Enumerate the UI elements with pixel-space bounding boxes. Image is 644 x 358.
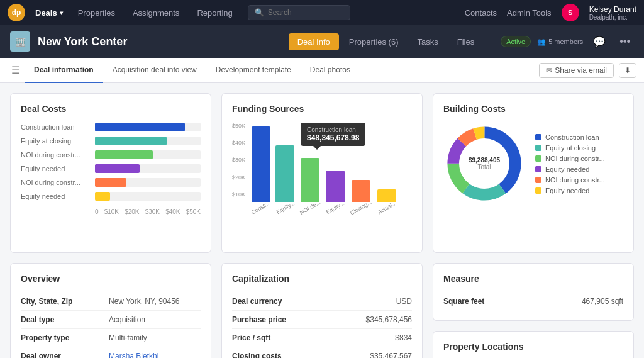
bar-label: Equity needed: [21, 193, 90, 200]
deal-header-right: Active 👥 5 members 💬 •••: [501, 35, 634, 49]
share-button[interactable]: ✉ Share via email: [539, 63, 614, 78]
avatar[interactable]: S: [562, 4, 579, 21]
status-badge[interactable]: Active: [501, 36, 531, 47]
cap-value: $834: [395, 333, 412, 342]
overview-key: Deal owner: [21, 352, 109, 358]
cap-row: Deal currency USD: [232, 293, 412, 311]
capitalization-card: Capitalization Deal currency USD Purchas…: [221, 263, 423, 358]
download-button[interactable]: ⬇: [619, 63, 636, 78]
user-company: Dealpath, inc.: [589, 14, 636, 21]
members-badge[interactable]: 👥 5 members: [537, 38, 583, 46]
building-costs-title: Building Costs: [443, 104, 623, 114]
overview-value: Multi-family: [109, 333, 147, 342]
bar-track: [95, 150, 201, 159]
overview-value[interactable]: Marsha Bietkhl: [109, 352, 158, 358]
legend-dot: [535, 166, 541, 172]
right-column: Measure Square feet 467,905 sqft Propert…: [433, 263, 634, 358]
overview-key: Property type: [21, 333, 109, 342]
nav-reporting[interactable]: Reporting: [189, 6, 240, 20]
more-options-icon[interactable]: •••: [616, 35, 634, 48]
measure-row: Square feet 467,905 sqft: [443, 293, 623, 310]
search-icon: 🔍: [255, 8, 264, 17]
legend-item: Construction loan: [535, 133, 605, 141]
tab-files[interactable]: Files: [448, 33, 483, 50]
deal-header: 🏢 New York Center Deal Info Properties (…: [0, 25, 644, 58]
tab-deal-information[interactable]: Deal information: [25, 58, 103, 83]
legend-item: Equity needed: [535, 165, 605, 173]
app-logo: dp: [8, 4, 25, 21]
bar-fill: [95, 178, 126, 187]
overview-row: Deal owner Marsha Bietkhl: [21, 347, 201, 358]
legend-label: Equity needed: [545, 187, 589, 194]
overview-key: City, State, Zip: [21, 297, 109, 306]
legend-dot: [535, 134, 541, 140]
funding-bar: [301, 158, 319, 202]
legend-item: NOI during constr...: [535, 176, 605, 184]
legend-label: Construction loan: [545, 133, 599, 141]
overview-row: Property type Multi-family: [21, 329, 201, 347]
funding-bar: [326, 171, 345, 202]
nav-contacts[interactable]: Contacts: [465, 8, 497, 18]
legend-label: NOI during constr...: [545, 155, 605, 162]
deal-title: New York Center: [38, 35, 127, 48]
bar-track: [95, 164, 201, 173]
deal-tabs: Deal Info Properties (6) Tasks Files: [289, 33, 483, 50]
email-icon: ✉: [546, 66, 552, 75]
bar-track: [95, 192, 201, 201]
bar-item: Construction loan: [21, 123, 201, 131]
funding-bar-label: Equity...: [275, 200, 296, 216]
measure-key: Square feet: [443, 297, 582, 306]
user-info: Kelsey Durant Dealpath, inc.: [589, 5, 636, 21]
hamburger-icon[interactable]: ☰: [8, 62, 24, 79]
deals-nav[interactable]: Deals ▾: [30, 6, 68, 20]
funding-bar-label: Actual...: [376, 200, 397, 216]
bar-label: Equity at closing: [21, 137, 90, 145]
cap-key: Deal currency: [232, 297, 396, 306]
legend-label: Equity needed: [545, 165, 589, 173]
cap-key: Price / sqft: [232, 333, 395, 342]
bar-fill: [95, 164, 140, 173]
bar-item: NOI during constr...: [21, 150, 201, 159]
members-icon: 👥: [537, 38, 546, 46]
bar-track: [95, 123, 201, 131]
nav-right: Contacts Admin Tools S Kelsey Durant Dea…: [465, 4, 636, 21]
legend-dot: [535, 155, 541, 162]
tab-development[interactable]: Development template: [207, 58, 300, 83]
bar-label: Equity needed: [21, 165, 90, 172]
search-input[interactable]: [268, 8, 343, 17]
cap-key: Closing costs: [232, 352, 370, 358]
overview-card: Overview City, State, Zip New York, NY, …: [10, 263, 211, 358]
top-nav: dp Deals ▾ Properties Assignments Report…: [0, 0, 644, 25]
secondary-nav: ☰ Deal information Acquisition deal info…: [0, 58, 644, 83]
legend-dot: [535, 177, 541, 183]
funding-sources-title: Funding Sources: [232, 104, 412, 114]
nav-properties[interactable]: Properties: [70, 6, 123, 20]
search-bar[interactable]: 🔍: [248, 5, 350, 20]
legend-dot: [535, 187, 541, 194]
cap-row: Closing costs $35,467,567: [232, 347, 412, 358]
message-icon[interactable]: 💬: [589, 35, 609, 49]
bar-label: NOI during constr...: [21, 151, 90, 159]
tab-deal-info[interactable]: Deal Info: [289, 33, 339, 50]
donut-amount: $9,288,405: [469, 157, 500, 164]
legend-item: Equity at closing: [535, 144, 605, 152]
bar-axis: 0 $10K $20K $30K $40K $50K: [21, 206, 201, 215]
measure-rows: Square feet 467,905 sqft: [443, 293, 623, 310]
tab-tasks[interactable]: Tasks: [409, 33, 447, 50]
tab-properties[interactable]: Properties (6): [340, 33, 408, 50]
overview-value: Acquisition: [109, 315, 145, 324]
nav-admin-tools[interactable]: Admin Tools: [507, 8, 552, 18]
tab-deal-photos[interactable]: Deal photos: [301, 58, 359, 83]
bar-track: [95, 178, 201, 187]
bar-item: NOI during constr...: [21, 178, 201, 187]
nav-assignments[interactable]: Assignments: [125, 6, 187, 20]
bar-label: Construction loan: [21, 123, 90, 131]
bar-item: Equity needed: [21, 164, 201, 173]
measure-title: Measure: [443, 274, 623, 284]
property-locations-card: Property Locations Map Satel: [433, 331, 634, 358]
tab-acquisition[interactable]: Acquisition deal info view: [104, 58, 206, 83]
funding-y-labels: $50K $40K $30K $20K $10K: [232, 123, 245, 208]
bar-fill: [95, 137, 167, 145]
donut-chart: $9,288,405 Total: [443, 123, 525, 204]
funding-bar-wrap: Equity...: [325, 171, 345, 211]
